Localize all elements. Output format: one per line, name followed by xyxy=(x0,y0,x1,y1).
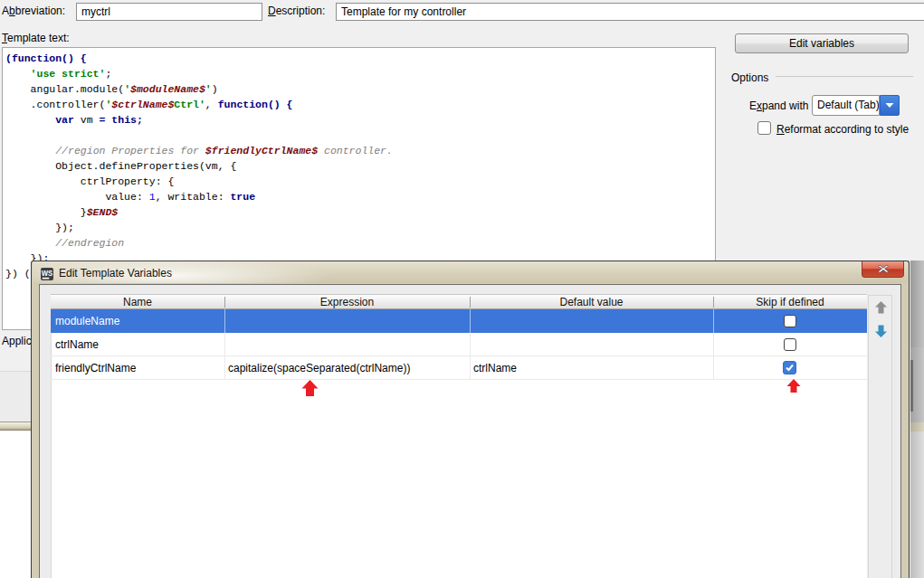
svg-text:WS: WS xyxy=(42,269,53,278)
